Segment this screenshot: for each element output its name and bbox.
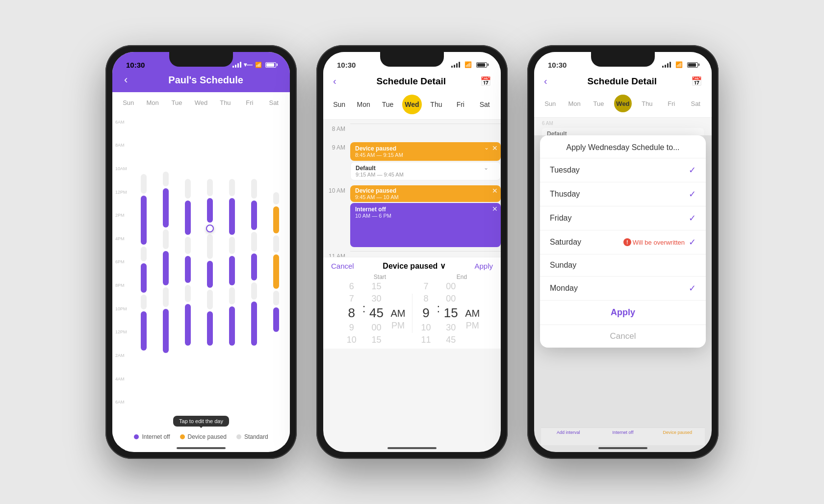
start-picker[interactable]: 6 7 8 9 10 : 15 30 45 00 15 (342, 280, 408, 347)
day-btn-fri-2[interactable]: Fri (451, 95, 470, 114)
bar-tue-1 (185, 179, 191, 199)
signal-icon-3 (662, 62, 671, 68)
calendar-icon-3[interactable]: 📅 (691, 76, 702, 87)
close-btn-3[interactable]: ✕ (492, 205, 498, 213)
days-header-1: Sun Mon Tue Wed Thu Fri Sat (112, 92, 290, 110)
slot-11am: 11 AM (323, 249, 501, 257)
status-icons-1: ▾— 📶 (232, 61, 276, 68)
day-btn-sun-2[interactable]: Sun (330, 95, 349, 114)
end-ampm-col[interactable]: AM PM (463, 282, 482, 345)
event-type-label-2[interactable]: Device paused ∨ (383, 261, 446, 271)
start-hour-col[interactable]: 6 7 8 9 10 (342, 280, 361, 347)
check-saturday: ✓ (689, 237, 696, 248)
phone-3: 10:30 📶 ‹ Schedule Detail 📅 Sun Mon (527, 45, 719, 459)
day-btn-mon-2[interactable]: Mon (354, 95, 373, 114)
em-00b: 00 (446, 293, 456, 305)
col-thu[interactable] (222, 110, 243, 414)
col-tue[interactable] (177, 110, 198, 414)
day-btn-mon-3[interactable]: Mon (566, 95, 583, 112)
option-friday[interactable]: Friday ✓ (540, 206, 706, 230)
legend-internet-off: Internet off (134, 433, 170, 440)
legend-1: Internet off Device paused Standard (112, 428, 290, 445)
time-10pm: 10PM (115, 306, 131, 311)
end-hour-col[interactable]: 7 8 9 10 11 (416, 280, 436, 347)
time-2am: 2AM (115, 353, 131, 358)
status-time-2: 10:30 (337, 61, 356, 69)
bar-thu-1 (229, 179, 235, 196)
col-fri[interactable] (244, 110, 265, 414)
bar-thu-2 (229, 198, 235, 235)
day-btn-thu-2[interactable]: Thu (426, 95, 446, 114)
s-am-empty2 (397, 295, 399, 307)
sm-15b: 15 (371, 334, 381, 346)
day-btn-tue-2[interactable]: Tue (378, 95, 398, 114)
tooltip-container: Tap to edit the day (112, 414, 290, 428)
day-btn-wed-3[interactable]: Wed (614, 95, 632, 112)
event-title-2: Device paused (355, 187, 496, 194)
option-sunday[interactable]: Sunday (540, 254, 706, 277)
battery-icon-3 (687, 62, 698, 68)
event-device-paused-1[interactable]: ⌄ ✕ Device paused 8:45 AM — 9:15 AM (350, 142, 501, 161)
days-nav-3: Sun Mon Tue Wed Thu Fri Sat (534, 92, 712, 118)
e-pm: PM (466, 320, 479, 332)
cancel-link-2[interactable]: Cancel (331, 262, 354, 270)
start-min-col[interactable]: 15 30 45 00 15 (367, 280, 386, 347)
apply-link-2[interactable]: Apply (474, 262, 493, 270)
time-picker-2[interactable]: 6 7 8 9 10 : 15 30 45 00 15 (331, 280, 493, 347)
back-button-3[interactable]: ‹ (544, 76, 547, 87)
apply-modal: Apply Wednesday Schedule to... Tuesday ✓… (540, 135, 706, 348)
time-4pm: 4PM (115, 236, 131, 241)
option-tuesday[interactable]: Tuesday ✓ (540, 158, 706, 182)
end-picker[interactable]: 7 8 9 10 11 : 00 00 15 30 45 (416, 280, 483, 347)
slot-time-10am: 10 AM (323, 185, 350, 194)
event-title-internet-off: Internet off (355, 206, 496, 213)
day-btn-tue-3[interactable]: Tue (590, 95, 608, 112)
day-btn-sat-3[interactable]: Sat (687, 95, 704, 112)
battery-icon-1 (265, 62, 276, 68)
col-sat[interactable] (266, 110, 287, 414)
modal-apply-btn[interactable]: Apply (540, 301, 706, 325)
phone3-notch (591, 52, 655, 67)
event-device-paused-2[interactable]: ✕ Device paused 9:45 AM — 10 AM (350, 185, 501, 202)
day-sat-1: Sat (264, 99, 283, 106)
status-time-3: 10:30 (548, 61, 566, 69)
end-min-col[interactable]: 00 00 15 30 45 (441, 280, 461, 347)
handle-wed[interactable] (206, 225, 214, 232)
start-ampm-col[interactable]: AM PM (388, 282, 408, 345)
phone3-screen: 10:30 📶 ‹ Schedule Detail 📅 Sun Mon (534, 52, 712, 452)
schedule-view-2[interactable]: 8 AM 9 AM ⌄ ✕ Device paused 8:45 AM — 9:… (323, 120, 501, 257)
time-10am: 10AM (115, 166, 131, 171)
end-label: End (413, 274, 493, 280)
event-default-1[interactable]: ⌄ Default 9:15 AM — 9:45 AM (350, 162, 501, 180)
day-btn-sat-2[interactable]: Sat (475, 95, 494, 114)
bar-sun-5 (141, 295, 147, 309)
bar-thu-3 (229, 237, 235, 254)
event-internet-off-1[interactable]: ✕ Internet off 10 AM — 6 PM (350, 203, 501, 247)
sm-15: 15 (371, 280, 381, 293)
calendar-icon-2[interactable]: 📅 (480, 76, 491, 87)
col-sun[interactable] (133, 110, 154, 414)
close-btn-2[interactable]: ✕ (492, 187, 498, 195)
day-btn-fri-3[interactable]: Fri (663, 95, 680, 112)
bar-tue-6 (185, 304, 191, 346)
bar-sun-2 (141, 196, 147, 245)
back-button-1[interactable]: ‹ (124, 74, 128, 86)
day-btn-wed-2[interactable]: Wed (402, 95, 422, 114)
phone2-screen: 10:30 📶 ‹ Schedule Detail 📅 Sun Mon (323, 52, 501, 452)
option-thursday[interactable]: Thusday ✓ (540, 182, 706, 206)
modal-cancel-btn[interactable]: Cancel (540, 325, 706, 348)
event-title-default-1: Default (356, 165, 495, 172)
legend-label-orange: Device paused (188, 433, 227, 440)
close-btn-1[interactable]: ✕ (492, 144, 498, 152)
col-wed[interactable] (199, 110, 220, 414)
option-saturday[interactable]: Saturday ! Will be overwritten ✓ (540, 230, 706, 254)
legend-label-gray: Standard (244, 433, 268, 440)
option-monday[interactable]: Monday ✓ (540, 277, 706, 301)
back-button-2[interactable]: ‹ (333, 76, 336, 87)
day-btn-sun-3[interactable]: Sun (541, 95, 559, 112)
day-btn-thu-3[interactable]: Thu (638, 95, 656, 112)
tooltip-text: Tap to edit the day (179, 418, 223, 424)
warning-text: Will be overwritten (633, 239, 685, 246)
col-mon[interactable] (155, 110, 176, 414)
phone1-notch (169, 52, 233, 67)
